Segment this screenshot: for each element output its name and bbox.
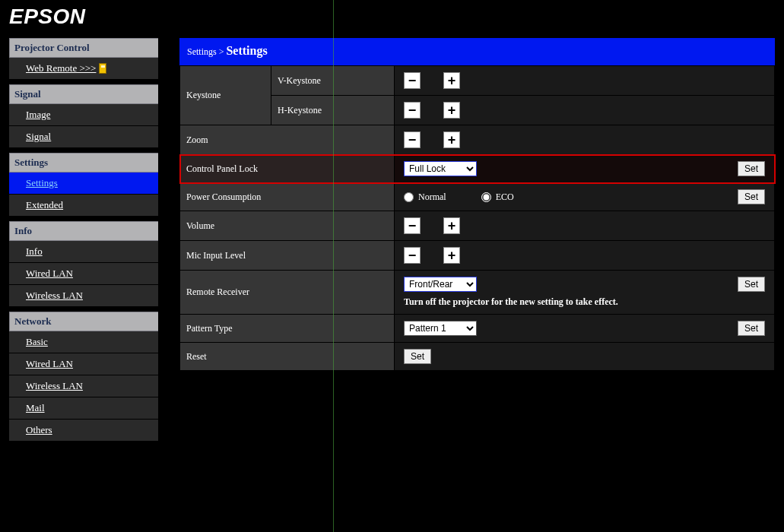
pattern-type-select[interactable]: Pattern 1 [404, 321, 477, 336]
nav-item-label: Wired LAN [26, 268, 73, 280]
breadcrumb-parent: Settings [187, 46, 217, 57]
mic-minus-button[interactable]: − [404, 247, 421, 264]
nav-item-image[interactable]: Image [9, 104, 158, 126]
remote-icon [99, 63, 106, 74]
mic-plus-button[interactable]: + [443, 247, 460, 264]
nav-item-mail[interactable]: Mail [9, 397, 158, 420]
nav-item-label: Wireless LAN [26, 290, 83, 302]
row-label-v-keystone: V-Keystone [271, 66, 395, 96]
nav-header-signal: Signal [9, 84, 158, 104]
nav-header-network: Network [9, 312, 158, 331]
nav-item-label: Signal [26, 131, 51, 143]
power-normal-label: Normal [418, 192, 446, 203]
nav-item-label: Mail [26, 402, 45, 414]
power-set-button[interactable]: Set [738, 189, 765, 204]
power-eco-radio[interactable] [481, 192, 491, 202]
nav-item-label: Wireless LAN [26, 380, 83, 392]
power-eco-label: ECO [496, 192, 514, 203]
brand-logo: EPSON [0, 0, 784, 38]
row-label-control-panel-lock: Control Panel Lock [180, 155, 395, 183]
nav-item-label: Image [26, 109, 50, 121]
nav-item-wireless-lan-info[interactable]: Wireless LAN [9, 285, 158, 307]
row-label-power-consumption: Power Consumption [180, 183, 395, 211]
nav-item-info[interactable]: Info [9, 241, 158, 263]
nav-item-label: Extended [26, 199, 63, 211]
h-keystone-minus-button[interactable]: − [404, 102, 421, 119]
v-keystone-plus-button[interactable]: + [443, 72, 460, 89]
row-label-remote-receiver: Remote Receiver [180, 271, 395, 315]
nav-header-settings: Settings [9, 153, 158, 173]
row-label-keystone: Keystone [180, 66, 271, 125]
nav-header-info: Info [9, 221, 158, 241]
nav-item-label: Web Remote >>> [26, 62, 96, 74]
nav-item-settings[interactable]: Settings [9, 173, 158, 195]
reset-set-button[interactable]: Set [404, 349, 431, 364]
row-label-reset: Reset [180, 343, 395, 371]
nav-item-wired-lan-info[interactable]: Wired LAN [9, 263, 158, 285]
settings-table: Keystone V-Keystone − + H-Keystone − [179, 65, 775, 371]
row-label-volume: Volume [180, 211, 395, 241]
pattern-type-set-button[interactable]: Set [738, 321, 765, 336]
remote-receiver-hint: Turn off the projector for the new setti… [404, 296, 765, 308]
nav-item-signal[interactable]: Signal [9, 126, 158, 148]
nav-header-projector-control: Projector Control [9, 38, 158, 58]
main-panel: Settings > Settings Keystone V-Keystone … [179, 38, 775, 446]
nav-item-label: Others [26, 424, 52, 436]
nav-item-basic[interactable]: Basic [9, 331, 158, 353]
nav-item-web-remote[interactable]: Web Remote >>> [9, 58, 158, 80]
v-keystone-minus-button[interactable]: − [404, 72, 421, 89]
breadcrumb: Settings > Settings [179, 38, 775, 65]
volume-minus-button[interactable]: − [404, 217, 421, 234]
nav-item-extended[interactable]: Extended [9, 195, 158, 217]
row-label-h-keystone: H-Keystone [271, 96, 395, 125]
nav-item-label: Settings [26, 177, 58, 189]
row-label-mic-input-level: Mic Input Level [180, 241, 395, 271]
nav-item-wired-lan-network[interactable]: Wired LAN [9, 353, 158, 375]
control-panel-lock-select[interactable]: Full Lock [404, 161, 477, 176]
remote-receiver-set-button[interactable]: Set [738, 277, 765, 292]
volume-plus-button[interactable]: + [443, 217, 460, 234]
nav-item-label: Wired LAN [26, 358, 73, 370]
control-panel-lock-set-button[interactable]: Set [738, 161, 765, 176]
power-normal-radio[interactable] [404, 192, 414, 202]
nav-item-label: Info [26, 245, 43, 258]
nav-item-label: Basic [26, 336, 48, 348]
zoom-minus-button[interactable]: − [404, 131, 421, 148]
nav-item-others[interactable]: Others [9, 420, 158, 442]
nav-item-wireless-lan-network[interactable]: Wireless LAN [9, 375, 158, 397]
breadcrumb-sep: > [217, 46, 227, 57]
zoom-plus-button[interactable]: + [443, 131, 460, 148]
row-label-pattern-type: Pattern Type [180, 315, 395, 343]
h-keystone-plus-button[interactable]: + [443, 102, 460, 119]
breadcrumb-current: Settings [226, 44, 267, 57]
sidebar: Projector Control Web Remote >>> Signal … [9, 38, 158, 446]
row-label-zoom: Zoom [180, 125, 395, 155]
remote-receiver-select[interactable]: Front/Rear [404, 277, 477, 292]
